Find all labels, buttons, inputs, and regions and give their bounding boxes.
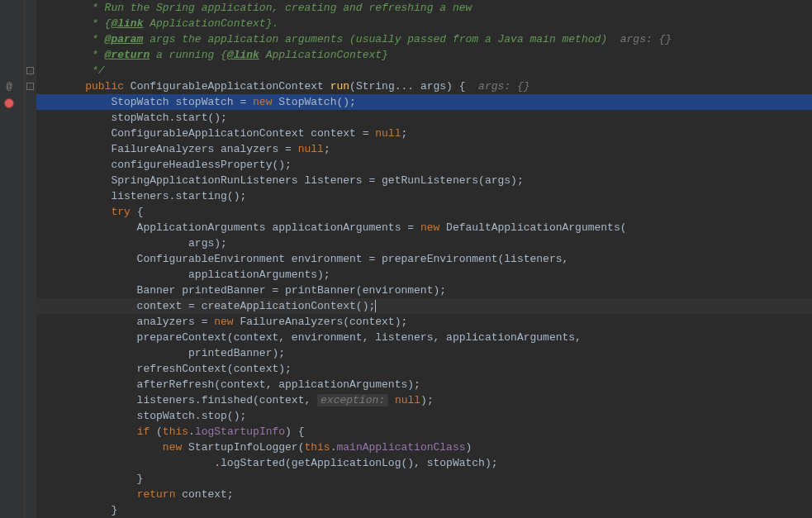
- code-line: * @return a running {@link ApplicationCo…: [36, 47, 812, 63]
- code-line: ApplicationArguments applicationArgument…: [36, 220, 812, 235]
- code-line: applicationArguments);: [36, 267, 812, 283]
- code-line: printedBanner);: [36, 345, 812, 361]
- code-line: */: [36, 63, 812, 78]
- code-line: analyzers = new FailureAnalyzers(context…: [36, 314, 812, 330]
- code-line: }: [36, 471, 812, 487]
- code-area[interactable]: * Run the Spring application, creating a…: [36, 0, 812, 518]
- code-line: * {@link ApplicationContext}.: [36, 16, 812, 31]
- fold-marker[interactable]: -: [26, 83, 34, 90]
- breakpoint-icon[interactable]: [3, 97, 15, 109]
- code-line: refreshContext(context);: [36, 361, 812, 377]
- fold-marker[interactable]: -: [26, 67, 34, 74]
- code-line: prepareContext(context, environment, lis…: [36, 330, 812, 345]
- code-line: configureHeadlessProperty();: [36, 157, 812, 173]
- code-line: Banner printedBanner = printBanner(envir…: [36, 283, 812, 298]
- code-line: }: [36, 502, 812, 518]
- code-line: stopWatch.start();: [36, 110, 812, 126]
- code-line-highlighted: StopWatch stopWatch = new StopWatch();: [36, 94, 812, 110]
- fold-column: - -: [25, 0, 36, 518]
- code-editor[interactable]: @ - - * Run the Spring application, crea…: [0, 0, 812, 518]
- code-line: stopWatch.stop();: [36, 408, 812, 424]
- code-line: args);: [36, 235, 812, 251]
- code-line: listeners.starting();: [36, 188, 812, 204]
- code-line: afterRefresh(context, applicationArgumen…: [36, 377, 812, 392]
- code-line: * Run the Spring application, creating a…: [36, 0, 812, 16]
- code-line: SpringApplicationRunListeners listeners …: [36, 173, 812, 188]
- code-line: new StartupInfoLogger(this.mainApplicati…: [36, 440, 812, 455]
- code-line: FailureAnalyzers analyzers = null;: [36, 141, 812, 157]
- code-line: ConfigurableApplicationContext context =…: [36, 126, 812, 141]
- code-line-current: context = createApplicationContext();: [36, 298, 812, 314]
- gutter: @: [0, 0, 25, 518]
- code-line: if (this.logStartupInfo) {: [36, 424, 812, 440]
- code-line: try {: [36, 204, 812, 220]
- code-line: .logStarted(getApplicationLog(), stopWat…: [36, 455, 812, 471]
- code-line: return context;: [36, 487, 812, 502]
- override-marker-icon[interactable]: @: [3, 81, 15, 93]
- code-line: * @param args the application arguments …: [36, 31, 812, 47]
- code-line: public ConfigurableApplicationContext ru…: [36, 78, 812, 94]
- code-line: listeners.finished(context, exception: n…: [36, 392, 812, 408]
- code-line: ConfigurableEnvironment environment = pr…: [36, 251, 812, 267]
